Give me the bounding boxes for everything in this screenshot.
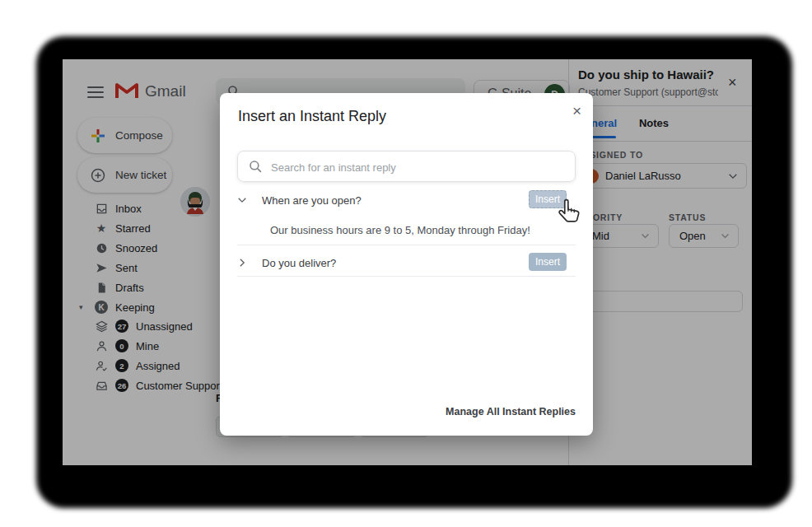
reply-question: Do you deliver? bbox=[262, 257, 336, 269]
insert-button[interactable]: Insert bbox=[529, 253, 567, 271]
manage-all-instant-replies-link[interactable]: Manage All Instant Replies bbox=[446, 406, 576, 417]
search-icon bbox=[249, 160, 263, 174]
reply-row-when-open[interactable]: When are you open? bbox=[237, 191, 576, 209]
app-screen: Gmail G Suite D Compose bbox=[63, 59, 752, 465]
page-canvas: Gmail G Suite D Compose bbox=[0, 0, 812, 527]
divider bbox=[237, 245, 576, 245]
divider bbox=[237, 276, 576, 277]
search-input[interactable] bbox=[269, 152, 569, 182]
chevron-down-icon[interactable] bbox=[237, 195, 247, 205]
instant-reply-modal: Insert an Instant Reply × When are you o… bbox=[220, 93, 593, 436]
chevron-right-icon[interactable] bbox=[237, 258, 247, 268]
modal-title: Insert an Instant Reply bbox=[238, 108, 386, 125]
modal-close-icon[interactable]: × bbox=[572, 102, 581, 120]
reply-question: When are you open? bbox=[262, 194, 362, 207]
cursor-pointer-icon bbox=[558, 198, 582, 231]
reply-row-do-you-deliver[interactable]: Do you deliver? bbox=[237, 254, 576, 272]
instant-reply-search[interactable] bbox=[237, 151, 576, 182]
reply-answer: Our business hours are 9 to 5, Monday th… bbox=[270, 224, 530, 236]
